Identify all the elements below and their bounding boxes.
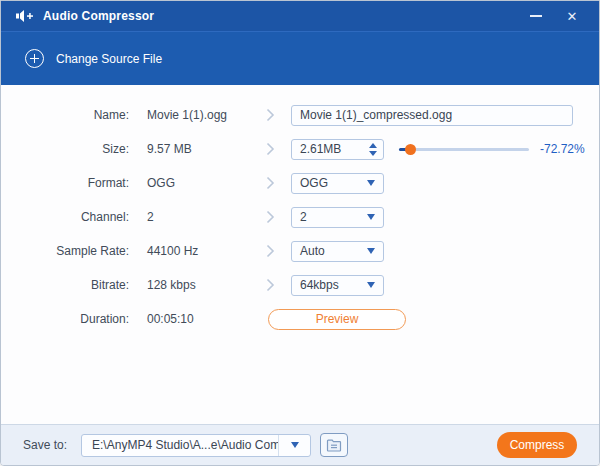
chevron-right-icon: [266, 108, 275, 122]
channel-select[interactable]: 2: [291, 207, 384, 228]
caret-down-icon: [291, 442, 299, 448]
name-source-value: Movie 1(1).ogg: [147, 108, 266, 122]
change-source-file-label: Change Source File: [56, 52, 162, 66]
row-sample-rate: Sample Rate: 44100 Hz Auto: [1, 234, 599, 268]
name-label: Name:: [1, 108, 129, 122]
minimize-button[interactable]: [523, 4, 549, 28]
channel-label: Channel:: [1, 210, 129, 224]
size-slider[interactable]: [399, 143, 529, 155]
sample-rate-select-value: Auto: [300, 244, 367, 258]
slider-handle[interactable]: [405, 144, 416, 155]
chevron-right-icon: [266, 176, 275, 190]
save-path-value: E:\AnyMP4 Studio\A...e\Audio Compressed: [82, 438, 278, 452]
compress-button[interactable]: Compress: [497, 432, 577, 458]
format-select-value: OGG: [300, 176, 367, 190]
change-source-file-button[interactable]: Change Source File: [25, 49, 162, 68]
bitrate-label: Bitrate:: [1, 278, 129, 292]
bitrate-select[interactable]: 64kbps: [291, 275, 384, 296]
chevron-right-icon: [266, 142, 275, 156]
slider-track[interactable]: [399, 148, 529, 151]
close-icon: ✕: [567, 10, 578, 23]
sample-rate-source-value: 44100 Hz: [147, 244, 266, 258]
duration-label: Duration:: [1, 312, 129, 326]
sample-rate-select[interactable]: Auto: [291, 241, 384, 262]
titlebar: Audio Compressor ✕: [1, 1, 599, 32]
caret-down-icon: [367, 248, 375, 254]
row-size: Size: 9.57 MB 2.61MB -72.72%: [1, 132, 599, 166]
channel-source-value: 2: [147, 210, 266, 224]
format-select[interactable]: OGG: [291, 173, 384, 194]
audio-compressor-window: Audio Compressor ✕ Change Source File Na…: [0, 0, 600, 466]
close-button[interactable]: ✕: [559, 4, 585, 28]
chevron-right-icon: [266, 244, 275, 258]
plus-circle-icon: [25, 49, 44, 68]
caret-down-icon: [367, 282, 375, 288]
row-bitrate: Bitrate: 128 kbps 64kbps: [1, 268, 599, 302]
format-label: Format:: [1, 176, 129, 190]
compression-percent: -72.72%: [540, 142, 585, 156]
row-format: Format: OGG OGG: [1, 166, 599, 200]
save-path-dropdown-button[interactable]: [278, 435, 310, 456]
row-duration: Duration: 00:05:10 Preview: [1, 302, 599, 336]
preview-button[interactable]: Preview: [268, 309, 406, 330]
bitrate-source-value: 128 kbps: [147, 278, 266, 292]
minimize-icon: [530, 15, 542, 17]
target-size-spinner[interactable]: 2.61MB: [291, 139, 384, 160]
target-size-value: 2.61MB: [300, 142, 369, 156]
source-bar: Change Source File: [1, 32, 599, 85]
window-title: Audio Compressor: [43, 9, 154, 23]
folder-icon: [326, 439, 342, 452]
size-label: Size:: [1, 142, 129, 156]
bitrate-select-value: 64kbps: [300, 278, 367, 292]
spinner-down-icon[interactable]: [369, 151, 377, 156]
row-name: Name: Movie 1(1).ogg: [1, 98, 599, 132]
duration-source-value: 00:05:10: [147, 312, 266, 326]
save-path-combo[interactable]: E:\AnyMP4 Studio\A...e\Audio Compressed: [81, 434, 311, 457]
speaker-plus-icon: [15, 9, 35, 23]
browse-folder-button[interactable]: [320, 433, 348, 457]
sample-rate-label: Sample Rate:: [1, 244, 129, 258]
channel-select-value: 2: [300, 210, 367, 224]
output-name-input[interactable]: [291, 105, 573, 126]
save-to-label: Save to:: [23, 438, 67, 452]
format-source-value: OGG: [147, 176, 266, 190]
settings-form: Name: Movie 1(1).ogg Size: 9.57 MB 2.61M…: [1, 85, 599, 336]
bottom-bar: Save to: E:\AnyMP4 Studio\A...e\Audio Co…: [1, 424, 599, 465]
size-source-value: 9.57 MB: [147, 142, 266, 156]
caret-down-icon: [367, 180, 375, 186]
spinner-up-icon[interactable]: [369, 143, 377, 148]
chevron-right-icon: [266, 210, 275, 224]
row-channel: Channel: 2 2: [1, 200, 599, 234]
caret-down-icon: [367, 214, 375, 220]
chevron-right-icon: [266, 278, 275, 292]
